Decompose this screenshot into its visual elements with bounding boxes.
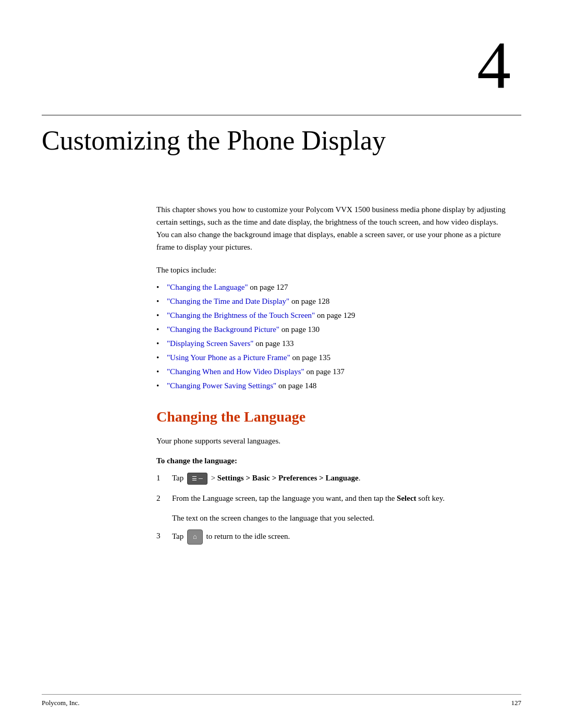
steps-list: 1 Tap ☰ ─ > Settings > Basic > Preferenc…	[156, 472, 511, 504]
step-3-after: to return to the idle screen.	[206, 532, 290, 540]
list-item: "Changing the Time and Date Display" on …	[156, 294, 511, 309]
step-number-3: 3	[156, 529, 161, 542]
step-number-2: 2	[156, 492, 161, 504]
topic-link-4[interactable]: "Changing the Background Picture"	[167, 325, 279, 334]
page-ref-2: on page 128	[291, 297, 329, 305]
page-ref-6: on page 135	[292, 353, 331, 362]
list-item: "Changing When and How Video Displays" o…	[156, 365, 511, 379]
section-heading: Changing the Language	[156, 409, 511, 425]
step-2-text: From the Language screen, tap the langua…	[172, 494, 445, 502]
page-ref-3: on page 129	[317, 311, 355, 319]
step-number-1: 1	[156, 472, 161, 484]
step-1-before: Tap	[172, 474, 186, 482]
menu-button[interactable]: ☰ ─	[187, 473, 207, 485]
page-ref-8: on page 148	[278, 381, 316, 390]
list-item: "Changing the Language" on page 127	[156, 280, 511, 294]
content-area: This chapter shows you how to customize …	[156, 203, 511, 552]
topic-link-2[interactable]: "Changing the Time and Date Display"	[167, 297, 289, 305]
list-item: "Changing the Brightness of the Touch Sc…	[156, 309, 511, 323]
topics-label: The topics include:	[156, 264, 511, 276]
procedure-heading: To change the language:	[156, 456, 511, 465]
step-3: 3 Tap ⌂ to return to the idle screen.	[156, 529, 511, 545]
topic-link-6[interactable]: "Using Your Phone as a Picture Frame"	[167, 353, 290, 362]
list-item: "Using Your Phone as a Picture Frame" on…	[156, 351, 511, 365]
section-body: Your phone supports several languages.	[156, 435, 511, 447]
page-ref-5: on page 133	[255, 339, 293, 348]
topic-link-5[interactable]: "Displaying Screen Savers"	[167, 339, 253, 348]
step-1: 1 Tap ☰ ─ > Settings > Basic > Preferenc…	[156, 472, 511, 485]
page-ref-7: on page 137	[306, 367, 344, 376]
footer-company: Polycom, Inc.	[42, 699, 80, 707]
chapter-rule-divider	[42, 115, 521, 116]
list-item: "Displaying Screen Savers" on page 133	[156, 337, 511, 351]
topic-link-3[interactable]: "Changing the Brightness of the Touch Sc…	[167, 311, 315, 319]
list-item: "Changing Power Saving Settings" on page…	[156, 379, 511, 393]
step-2: 2 From the Language screen, tap the lang…	[156, 492, 511, 504]
list-item: "Changing the Background Picture" on pag…	[156, 323, 511, 337]
topic-link-1[interactable]: "Changing the Language"	[167, 283, 248, 291]
page-ref-1: on page 127	[250, 283, 288, 291]
home-button[interactable]: ⌂	[187, 529, 203, 545]
page-footer: Polycom, Inc. 127	[42, 694, 521, 707]
chapter-number: 4	[477, 31, 511, 99]
chapter-title: Customizing the Phone Display	[42, 125, 521, 156]
step-3-before: Tap	[172, 532, 186, 540]
intro-paragraph: This chapter shows you how to customize …	[156, 203, 511, 253]
footer-page-number: 127	[511, 699, 522, 707]
page-ref-4: on page 130	[282, 325, 320, 334]
topic-link-7[interactable]: "Changing When and How Video Displays"	[167, 367, 304, 376]
topic-link-8[interactable]: "Changing Power Saving Settings"	[167, 381, 276, 390]
topics-list: "Changing the Language" on page 127 "Cha…	[156, 280, 511, 393]
step-1-after: > Settings > Basic > Preferences > Langu…	[211, 474, 361, 482]
steps-list-continued: 3 Tap ⌂ to return to the idle screen.	[156, 529, 511, 545]
step-2-note: The text on the screen changes to the la…	[156, 512, 511, 524]
